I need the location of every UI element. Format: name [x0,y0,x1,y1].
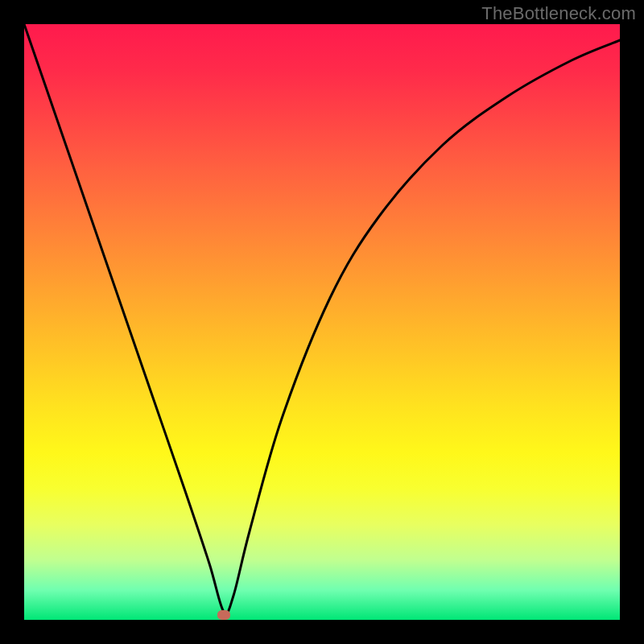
plot-area [24,24,620,620]
minimum-marker [217,610,230,620]
watermark-text: TheBottleneck.com [481,3,636,24]
bottleneck-curve-path [24,24,620,613]
curve-svg [24,24,620,620]
chart-frame: TheBottleneck.com [0,0,644,644]
